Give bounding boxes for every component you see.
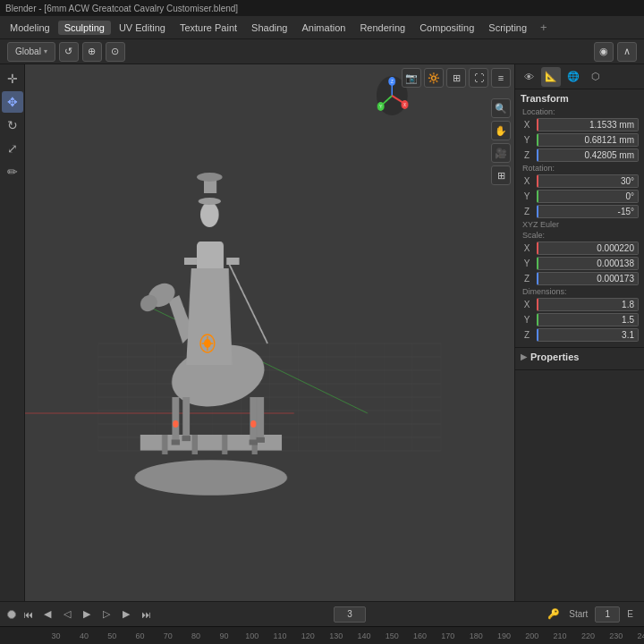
frame-number: 60 xyxy=(136,631,145,640)
play-dot xyxy=(7,610,16,619)
menu-item-animation[interactable]: Animation xyxy=(295,21,352,35)
start-label: Start xyxy=(565,609,591,619)
menu-item-texture-paint[interactable]: Texture Paint xyxy=(174,21,243,35)
scene-icon[interactable]: 🌐 xyxy=(564,67,583,87)
viewport-canvas xyxy=(25,64,514,601)
next-frame-button[interactable]: ▷ xyxy=(98,606,114,623)
scale-x-value[interactable]: 0.000220 xyxy=(537,242,639,255)
current-frame-display[interactable]: 3 xyxy=(334,606,366,623)
camera-view-icon[interactable]: 🎥 xyxy=(491,143,511,163)
object-icon[interactable]: ⬡ xyxy=(586,67,606,87)
y-label: Y xyxy=(521,135,533,145)
menu-item-modeling[interactable]: Modeling xyxy=(4,21,56,35)
frame-number: 180 xyxy=(470,631,483,640)
rotation-y-value[interactable]: 0° xyxy=(537,190,639,203)
properties-header[interactable]: ▶ Properties xyxy=(521,352,639,362)
properties-label: Properties xyxy=(530,352,579,362)
menu-item-scripting[interactable]: Scripting xyxy=(482,21,533,35)
jump-end-button[interactable]: ⏭ xyxy=(138,606,154,623)
dimensions-label: Dimensions: xyxy=(522,287,639,296)
z-label: Z xyxy=(521,150,533,160)
frame-number: 40 xyxy=(80,631,89,640)
menu-item-shading[interactable]: Shading xyxy=(245,21,293,35)
location-x-value[interactable]: 1.1533 mm xyxy=(537,118,639,131)
frame-number: 80 xyxy=(191,631,200,640)
dim-x-value[interactable]: 1.8 xyxy=(537,298,639,311)
global-label: Global xyxy=(15,47,41,56)
rx-label: X xyxy=(521,176,533,186)
annotate-tool[interactable]: ✏ xyxy=(2,161,23,182)
scale-z-row: Z 0.000173 xyxy=(521,272,639,285)
play-button[interactable]: ▶ xyxy=(79,606,95,623)
viewport-fullscreen-icon[interactable]: ⛶ xyxy=(469,68,488,88)
frame-number: 230 xyxy=(609,631,623,640)
rotation-x-value[interactable]: 30° xyxy=(537,174,639,188)
dim-y-value[interactable]: 1.5 xyxy=(537,313,639,326)
end-label: E xyxy=(623,609,637,619)
jump-start-button[interactable]: ⏮ xyxy=(20,606,36,623)
rotate-tool[interactable]: ↻ xyxy=(2,114,23,136)
rotation-z-value[interactable]: -15° xyxy=(537,205,639,218)
bottom-timeline: ⏮ ◀ ◁ ▶ ▷ ▶ ⏭ 3 🔑 Start 1 E xyxy=(0,601,644,626)
cursor-tool[interactable]: ✛ xyxy=(2,68,23,89)
move-tool[interactable]: ✥ xyxy=(2,91,23,113)
snap-button[interactable]: ⊕ xyxy=(82,42,102,62)
frame-number: 170 xyxy=(441,631,454,640)
rotation-label: Rotation: xyxy=(522,164,639,173)
prev-keyframe-button[interactable]: ◀ xyxy=(39,606,55,623)
viewport-render-icon[interactable]: 🔆 xyxy=(424,68,444,88)
frame-number: 140 xyxy=(357,631,370,640)
viewport-camera-icon[interactable]: 📷 xyxy=(402,68,421,88)
menu-item-uv-editing[interactable]: UV Editing xyxy=(113,21,172,35)
viewport-shading-button[interactable]: ◉ xyxy=(594,42,614,62)
grab-icon[interactable]: ✋ xyxy=(491,121,511,140)
ry-label: Y xyxy=(521,191,533,201)
location-y-value[interactable]: 0.68121 mm xyxy=(537,133,639,147)
frame-number: 190 xyxy=(497,631,511,640)
viewport-overlay-icon[interactable]: ⊞ xyxy=(446,68,466,88)
frame-number: 210 xyxy=(554,631,567,640)
title-text: Blender - [6mm ACW Greatcoat Cavalry Cus… xyxy=(5,4,238,13)
location-z-value[interactable]: 0.42805 mm xyxy=(537,148,639,162)
global-dropdown[interactable]: Global ▾ xyxy=(7,42,55,62)
search-icon[interactable]: 🔍 xyxy=(491,98,511,118)
frame-numbers-bar: (function() { const bar = document.getEl… xyxy=(0,626,644,644)
scale-z-value[interactable]: 0.000173 xyxy=(537,272,639,285)
view-icon[interactable]: 👁 xyxy=(519,67,538,87)
menu-item-compositing[interactable]: Compositing xyxy=(413,21,480,35)
start-frame-input[interactable]: 1 xyxy=(595,606,620,623)
rz-label: Z xyxy=(521,207,533,216)
dim-z-row: Z 3.1 xyxy=(521,328,639,342)
transform-section: Transform Location: X 1.1533 mm Y 0.6812… xyxy=(515,89,644,348)
rotation-z-row: Z -15° xyxy=(521,205,639,218)
frame-number: 30 xyxy=(52,631,61,640)
prev-frame-button[interactable]: ◁ xyxy=(59,606,75,623)
viewport-menu-icon[interactable]: ≡ xyxy=(491,68,511,88)
next-keyframe-button[interactable]: ▶ xyxy=(118,606,134,623)
right-panel: 👁 📐 🌐 ⬡ Transform Location: X 1.1533 mm … xyxy=(514,64,644,601)
transform-pivot-button[interactable]: ↺ xyxy=(59,42,79,62)
sy-label: Y xyxy=(521,258,533,268)
frame-number: 70 xyxy=(164,631,173,640)
properties-section: ▶ Properties xyxy=(515,348,644,370)
dz-label: Z xyxy=(521,330,533,340)
grid-icon[interactable]: ⊞ xyxy=(491,165,511,185)
frame-number: 130 xyxy=(329,631,343,640)
proportional-edit-button[interactable]: ⊙ xyxy=(106,42,125,62)
right-panel-top: 👁 📐 🌐 ⬡ xyxy=(515,64,644,89)
viewport[interactable]: 📷 🔆 ⊞ ⛶ ≡ 🔍 ✋ 🎥 ⊞ (function() { const ca… xyxy=(25,64,514,601)
scale-y-row: Y 0.000138 xyxy=(521,257,639,270)
add-workspace-button[interactable]: + xyxy=(535,19,553,36)
overlay-button[interactable]: ∧ xyxy=(617,42,637,62)
location-label: Location: xyxy=(522,107,639,116)
menu-item-rendering[interactable]: Rendering xyxy=(353,21,411,35)
scale-y-value[interactable]: 0.000138 xyxy=(537,257,639,270)
dim-z-value[interactable]: 3.1 xyxy=(537,328,639,342)
render-preview-icon[interactable]: 📐 xyxy=(541,67,561,87)
left-toolbar: ✛ ✥ ↻ ⤢ ✏ xyxy=(0,64,25,601)
scale-tool[interactable]: ⤢ xyxy=(2,138,23,159)
menu-item-sculpting[interactable]: Sculpting xyxy=(58,21,111,35)
main-area: ✛ ✥ ↻ ⤢ ✏ 📷 🔆 ⊞ ⛶ ≡ 🔍 ✋ 🎥 ⊞ (function() … xyxy=(0,64,644,601)
toolbar: Global ▾ ↺ ⊕ ⊙ ◉ ∧ xyxy=(0,39,644,64)
frame-number: 200 xyxy=(525,631,538,640)
